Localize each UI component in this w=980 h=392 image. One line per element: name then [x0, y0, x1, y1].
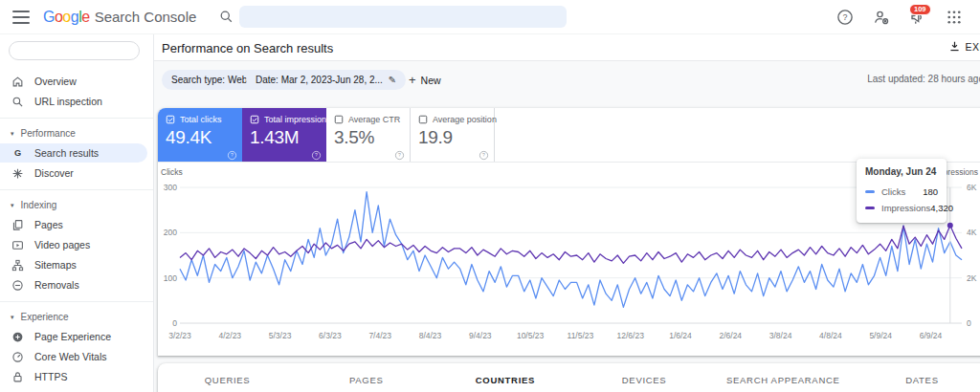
svg-text:7/4/23: 7/4/23 — [368, 331, 391, 340]
export-button[interactable]: EXPORT — [948, 40, 980, 53]
tooltip-row: Clicks 180 — [865, 184, 938, 200]
metric-value: 1.43M — [250, 127, 319, 148]
sidebar: Overview URL inspection ▾ Performance G … — [0, 34, 154, 392]
lock-icon — [11, 371, 24, 383]
svg-text:4/8/24: 4/8/24 — [819, 331, 842, 340]
tab-queries[interactable]: QUERIES — [158, 363, 297, 392]
tab-pages[interactable]: PAGES — [297, 363, 435, 392]
sidebar-nav: Overview URL inspection ▾ Performance G … — [0, 72, 153, 392]
help-icon[interactable]: ? — [479, 147, 489, 158]
plus-icon: + — [409, 73, 416, 87]
sidebar-section-performance[interactable]: ▾ Performance — [0, 125, 153, 142]
sidebar-item-discover[interactable]: Discover — [0, 163, 153, 183]
checkbox-icon[interactable] — [334, 115, 344, 124]
sidebar-item-url-inspection[interactable]: URL inspection — [0, 92, 153, 111]
help-icon[interactable]: ? — [227, 147, 237, 158]
highlight-point — [947, 223, 953, 229]
metric-card-total-impressions[interactable]: Total impressions 1.43M ? — [242, 108, 326, 162]
sidebar-item-search-results[interactable]: G Search results — [0, 143, 147, 163]
svg-text:8/4/23: 8/4/23 — [419, 331, 442, 340]
metric-value: 49.4K — [166, 127, 234, 148]
discover-icon — [11, 167, 24, 180]
checkbox-icon[interactable] — [418, 115, 428, 124]
svg-text:6/3/23: 6/3/23 — [319, 331, 342, 340]
sidebar-item-sitemaps[interactable]: Sitemaps — [0, 255, 153, 274]
svg-text:?: ? — [315, 152, 318, 158]
app-logo[interactable]: Google Search Console — [43, 9, 196, 26]
svg-text:5/3/23: 5/3/23 — [269, 331, 292, 340]
vitals-icon — [11, 351, 24, 363]
tooltip-row: Impressions 4,320 — [865, 200, 938, 216]
checkbox-icon[interactable] — [250, 115, 259, 124]
svg-text:0: 0 — [967, 318, 971, 328]
new-filter-button[interactable]: + New — [401, 70, 449, 90]
sidebar-item-pages[interactable]: Pages — [0, 215, 153, 234]
sidebar-section-experience[interactable]: ▾ Experience — [0, 309, 153, 325]
svg-text:?: ? — [482, 152, 485, 158]
search-input[interactable] — [239, 6, 567, 28]
sitemap-icon — [11, 259, 24, 272]
last-updated-text: Last updated: 28 hours ago — [867, 74, 980, 84]
divider — [0, 301, 153, 302]
hamburger-menu-icon[interactable] — [12, 11, 30, 24]
experience-icon — [11, 331, 24, 343]
sidebar-item-removals[interactable]: Removals — [0, 275, 153, 294]
sidebar-item-page-experience[interactable]: Page Experience — [0, 327, 153, 346]
filter-bar: Search type: Web ✎ Date: Mar 2, 2023-Jun… — [154, 61, 980, 107]
download-icon — [948, 40, 961, 53]
svg-text:2/6/24: 2/6/24 — [719, 331, 742, 340]
notification-badge: 109 — [909, 4, 931, 16]
svg-text:10/5/23: 10/5/23 — [517, 331, 545, 340]
metric-card-total-clicks[interactable]: Total clicks 49.4K ? — [158, 108, 242, 162]
metric-card-average-ctr[interactable]: Average CTR 3.5% ? — [326, 108, 411, 162]
svg-text:Clicks: Clicks — [161, 167, 183, 177]
series-dash-icon — [865, 190, 875, 193]
dimension-tabs: QUERIESPAGESCOUNTRIESDEVICESSEARCH APPEA… — [158, 363, 980, 392]
metrics-row: Total clicks 49.4K ? Total impressions 1… — [158, 108, 980, 163]
checkbox-icon[interactable] — [166, 115, 175, 124]
home-icon — [11, 76, 24, 88]
top-app-bar: Google Search Console ? 109 — [0, 0, 980, 34]
sidebar-section-indexing[interactable]: ▾ Indexing — [0, 197, 153, 213]
metric-value: 19.9 — [418, 127, 486, 148]
svg-text:?: ? — [398, 152, 401, 158]
tab-search-appearance[interactable]: SEARCH APPEARANCE — [714, 363, 853, 392]
pages-icon — [11, 219, 24, 231]
tooltip-rows: Clicks 180 Impressions 4,320 — [865, 184, 938, 216]
svg-text:9/4/23: 9/4/23 — [469, 331, 492, 340]
svg-text:5/9/24: 5/9/24 — [869, 331, 892, 340]
apps-grid-icon[interactable] — [946, 9, 963, 26]
sidebar-item-core-web-vitals[interactable]: Core Web Vitals — [0, 347, 153, 366]
date-range-filter-chip[interactable]: Date: Mar 2, 2023-Jun 28, 2... ✎ — [246, 70, 406, 90]
series-dash-icon — [865, 207, 875, 209]
page-title: Performance on Search results — [162, 41, 333, 55]
tab-countries[interactable]: COUNTRIES — [435, 363, 574, 392]
svg-text:11/5/23: 11/5/23 — [568, 331, 594, 340]
magnifier-icon — [11, 96, 24, 108]
svg-text:3/8/24: 3/8/24 — [769, 331, 792, 340]
notifications-icon[interactable]: 109 — [909, 9, 926, 26]
sidebar-item-overview[interactable]: Overview — [0, 72, 153, 91]
help-icon[interactable]: ? — [311, 147, 322, 158]
help-icon[interactable]: ? — [836, 9, 854, 26]
divider — [0, 118, 153, 119]
svg-text:?: ? — [842, 12, 847, 22]
svg-text:2K: 2K — [967, 273, 977, 283]
property-selector[interactable] — [9, 41, 140, 60]
help-icon[interactable]: ? — [394, 147, 405, 158]
metric-label: Total clicks — [180, 115, 222, 124]
user-settings-icon[interactable] — [873, 9, 890, 26]
tab-devices[interactable]: DEVICES — [575, 363, 714, 392]
svg-text:?: ? — [231, 152, 234, 158]
sidebar-item-https[interactable]: HTTPS — [0, 367, 153, 386]
metric-card-average-position[interactable]: Average position 19.9 ? — [411, 108, 495, 162]
metric-label: Total impressions — [264, 115, 331, 124]
svg-text:4K: 4K — [967, 228, 977, 237]
sidebar-item-video-pages[interactable]: Video pages — [0, 235, 153, 254]
tab-dates[interactable]: DATES — [853, 363, 980, 392]
title-bar: Performance on Search results EXPORT — [154, 34, 980, 61]
svg-text:300: 300 — [164, 183, 177, 192]
svg-text:4/2/23: 4/2/23 — [218, 331, 241, 340]
metric-value: 3.5% — [334, 127, 402, 148]
edit-pencil-icon: ✎ — [389, 75, 396, 85]
